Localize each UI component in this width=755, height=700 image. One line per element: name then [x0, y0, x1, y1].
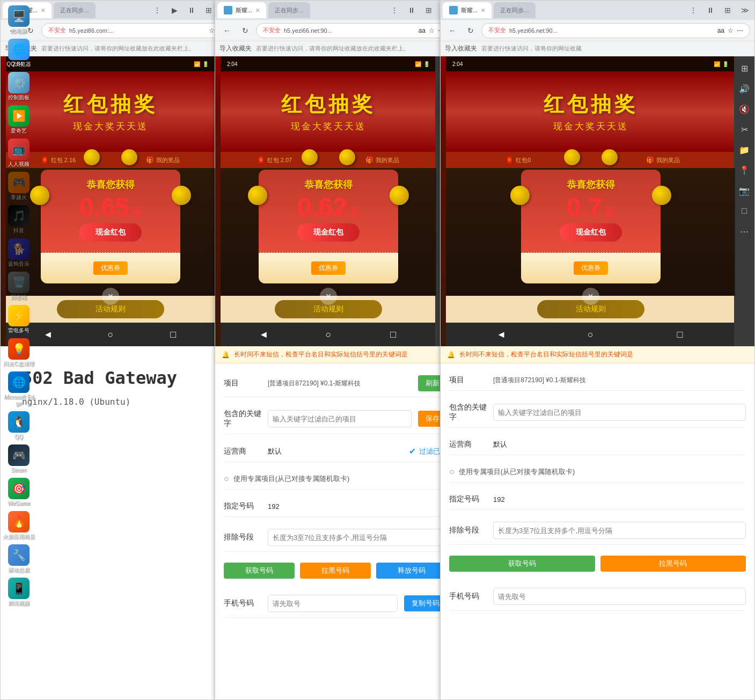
- window-minimize-btn-1[interactable]: ▶: [167, 3, 182, 18]
- tab-2-active[interactable]: 斯耀... ×: [217, 2, 266, 18]
- address-text-3: h5.yezi66.net:90...: [509, 27, 714, 34]
- radio-container-2: ○ 使用专属项目(从已对接专属随机取卡): [224, 474, 349, 484]
- window-close-btn-3[interactable]: ≫: [737, 3, 752, 18]
- import-bookmark-btn-2[interactable]: 导入收藏夹: [219, 44, 252, 53]
- phone-input-2[interactable]: [268, 595, 398, 612]
- import-bookmark-btn-3[interactable]: 导入收藏夹: [445, 44, 477, 53]
- blacklist-btn-2[interactable]: 拉黑号码: [300, 563, 371, 579]
- bookmark-hint-2: 若要进行快速访问，请将你的网址收藏放在此收藏夹栏上。: [256, 45, 409, 53]
- tab-3-active[interactable]: 斯耀... ×: [443, 2, 492, 18]
- exclude-input-3[interactable]: [493, 522, 746, 539]
- refresh-btn-2[interactable]: ↻: [238, 23, 253, 38]
- address-bar-3[interactable]: 不安全 h5.yezi66.net:90... aа ☆ ⋯: [481, 23, 750, 38]
- renren-icon: 📺: [8, 138, 30, 160]
- exclude-input-2[interactable]: [268, 529, 447, 546]
- window-expand-btn-1[interactable]: ⊞: [201, 3, 216, 18]
- tab-close-1[interactable]: ×: [41, 6, 45, 14]
- get-code-btn-3[interactable]: 获取号码: [449, 556, 595, 572]
- keyword-input-2[interactable]: [268, 410, 412, 427]
- tab-2-sync[interactable]: 正在同步...: [268, 2, 310, 18]
- desktop-icon-qq-browser[interactable]: 🌐 QQ浏览器: [3, 39, 35, 68]
- strip-btn-cut-3[interactable]: ✂: [736, 121, 753, 138]
- desktop-icon-steam[interactable]: 🎮 Steam: [3, 444, 35, 473]
- desktop-icon-aiqiyi[interactable]: ▶️ 爱奇艺: [3, 105, 35, 134]
- desktop-icon-huochai[interactable]: 🔥 火柴应用商店: [3, 511, 35, 540]
- aa-btn-2[interactable]: aа: [419, 27, 426, 34]
- popup-close-btn-2[interactable]: ×: [320, 288, 337, 305]
- window-expand-btn-3[interactable]: ⊞: [720, 3, 735, 18]
- phone-back-btn-1[interactable]: ◄: [39, 326, 56, 343]
- desktop-icon-qq[interactable]: 🐧 QQ: [3, 411, 35, 440]
- window-pause-btn-3[interactable]: ⏸: [703, 3, 718, 18]
- tab-close-2[interactable]: ×: [255, 6, 260, 14]
- phone-recent-btn-3[interactable]: □: [671, 326, 688, 343]
- tab-3-sync[interactable]: 正在同步...: [494, 2, 535, 18]
- strip-btn-voldn-3[interactable]: 🔇: [736, 100, 753, 118]
- tab-menu-btn-2[interactable]: ⋮: [387, 3, 402, 18]
- phone-back-btn-2[interactable]: ◄: [255, 326, 272, 343]
- aa-btn-3[interactable]: aа: [717, 27, 724, 34]
- strip-btn-grid-3[interactable]: ⊞: [736, 60, 753, 77]
- phone-body-1: 恭喜您获得 0.65 元 现金红包 优惠券 ×: [6, 168, 215, 296]
- popup-coin-l1: [30, 186, 49, 205]
- desktop-icon-pc[interactable]: 🖥️ 此电脑: [3, 5, 35, 34]
- phone-home-btn-3[interactable]: ○: [582, 326, 599, 343]
- phone-recent-btn-1[interactable]: □: [165, 326, 182, 343]
- star-icon-2[interactable]: ☆: [429, 27, 435, 34]
- radio-btn-3[interactable]: ○: [449, 467, 455, 477]
- tab-1-sync[interactable]: 正在同步...: [54, 2, 95, 18]
- blacklist-btn-3[interactable]: 拉黑号码: [600, 556, 746, 572]
- strip-btn-folder-3[interactable]: 📁: [736, 141, 753, 158]
- keyword-input-3[interactable]: [493, 404, 746, 421]
- thunder-label: 雷电多号: [8, 327, 30, 334]
- desktop-icon-renren[interactable]: 📺 人人视频: [3, 138, 35, 167]
- desktop-icon-wegame[interactable]: 🎯 WeGame: [3, 478, 35, 507]
- strip-btn-more-3[interactable]: ⋯: [736, 223, 753, 240]
- desktop-icon-control[interactable]: ⚙️ 控制面板: [3, 72, 35, 101]
- more-icon-3[interactable]: ⋯: [737, 27, 743, 34]
- back-btn-3[interactable]: ←: [445, 23, 460, 38]
- strip-btn-pin-3[interactable]: 📍: [736, 162, 753, 179]
- phone-input-3[interactable]: [493, 588, 746, 605]
- strip-btn-cam-3[interactable]: 📷: [736, 182, 753, 199]
- tab-bar-3: 斯耀... × 正在同步... ⋮ ⏸ ⊞ ≫: [441, 1, 754, 20]
- strip-btn-volup-3[interactable]: 🔊: [736, 80, 753, 97]
- huochai-label: 火柴应用商店: [3, 534, 35, 540]
- cash-btn-3[interactable]: 现金红包: [560, 223, 622, 242]
- desktop-icon-driver[interactable]: 🔧 驱动总裁: [3, 544, 35, 573]
- tab-menu-btn[interactable]: ⋮: [150, 3, 165, 18]
- warning-text-2: 长时间不来短信，检查平台名目和实际短信括号里的关键词是: [234, 350, 408, 359]
- desktop-icon-edge[interactable]: 🌐 Microsoft Edge: [3, 371, 35, 407]
- cash-btn-1[interactable]: 现金红包: [79, 223, 142, 242]
- tab-bar-2: 斯耀... × 正在同步... ⋮ ⏸ ⊞ ≫: [215, 1, 456, 20]
- star-icon-1[interactable]: ☆: [209, 27, 215, 34]
- back-btn-2[interactable]: ←: [219, 23, 234, 38]
- address-bar-1[interactable]: 不安全 h5.yezi86.com:... ☆ ⋯: [41, 23, 231, 38]
- get-code-btn-2[interactable]: 获取号码: [224, 563, 295, 579]
- form-row-exclude-3: 排除号段: [449, 516, 746, 545]
- strip-btn-sq-3[interactable]: □: [736, 202, 753, 220]
- desktop-icon-thunder[interactable]: ⚡ 雷电多号: [3, 305, 35, 334]
- window-expand-btn-2[interactable]: ⊞: [421, 3, 436, 18]
- desktop-icon-flash[interactable]: 💡 闪光C盘清理: [3, 338, 35, 367]
- phone-back-btn-3[interactable]: ◄: [493, 326, 510, 343]
- desktop-icon-tencent-video[interactable]: 📱 腾讯视频: [3, 578, 35, 607]
- window-pause-btn-2[interactable]: ⏸: [404, 3, 419, 18]
- tab-menu-btn-3[interactable]: ⋮: [686, 3, 701, 18]
- cash-btn-2[interactable]: 现金红包: [297, 223, 360, 242]
- phone-recent-btn-2[interactable]: □: [385, 326, 402, 343]
- star-icon-3[interactable]: ☆: [728, 27, 734, 34]
- operator-label-3: 运营商: [449, 440, 487, 449]
- tab-close-3[interactable]: ×: [481, 6, 485, 14]
- address-bar-2[interactable]: 不安全 h5.yezi66.net:90... aа ☆ ⋯: [256, 23, 451, 38]
- phone-home-btn-2[interactable]: ○: [320, 326, 337, 343]
- window-pause-btn-1[interactable]: ⏸: [184, 3, 199, 18]
- phone-top-right-3: 📶 🔋: [714, 61, 729, 67]
- tab-favicon-3: [449, 6, 458, 14]
- phone-home-btn-1[interactable]: ○: [102, 326, 119, 343]
- popup-close-btn-3[interactable]: ×: [582, 288, 599, 305]
- release-btn-2[interactable]: 释放号码: [376, 563, 447, 579]
- refresh-btn-3[interactable]: ↻: [463, 23, 478, 38]
- radio-btn-2[interactable]: ○: [224, 474, 229, 484]
- popup-close-btn-1[interactable]: ×: [102, 288, 119, 305]
